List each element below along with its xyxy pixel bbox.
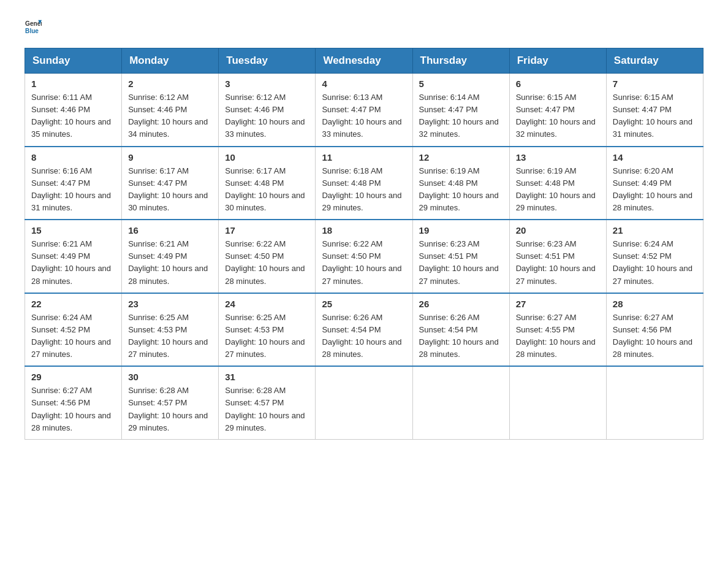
calendar-day-cell: 20 Sunrise: 6:23 AM Sunset: 4:51 PM Dayl…: [509, 220, 606, 293]
calendar-day-cell: 25 Sunrise: 6:26 AM Sunset: 4:54 PM Dayl…: [316, 293, 412, 367]
calendar-empty-cell: [606, 366, 703, 439]
calendar-day-cell: 26 Sunrise: 6:26 AM Sunset: 4:54 PM Dayl…: [412, 293, 509, 367]
day-info: Sunrise: 6:27 AM Sunset: 4:55 PM Dayligh…: [516, 312, 600, 361]
calendar-day-cell: 6 Sunrise: 6:15 AM Sunset: 4:47 PM Dayli…: [509, 74, 606, 147]
day-number: 25: [322, 299, 406, 309]
day-info: Sunrise: 6:25 AM Sunset: 4:53 PM Dayligh…: [225, 312, 309, 361]
day-info: Sunrise: 6:27 AM Sunset: 4:56 PM Dayligh…: [31, 385, 115, 434]
day-number: 12: [419, 152, 503, 163]
calendar-week-row: 22 Sunrise: 6:24 AM Sunset: 4:52 PM Dayl…: [25, 293, 703, 367]
calendar-week-row: 29 Sunrise: 6:27 AM Sunset: 4:56 PM Dayl…: [25, 366, 703, 439]
calendar-table: SundayMondayTuesdayWednesdayThursdayFrid…: [25, 48, 703, 440]
page-header: General Blue: [25, 18, 703, 36]
calendar-day-cell: 9 Sunrise: 6:17 AM Sunset: 4:47 PM Dayli…: [122, 147, 219, 220]
day-number: 28: [613, 299, 697, 309]
day-info: Sunrise: 6:13 AM Sunset: 4:47 PM Dayligh…: [322, 91, 406, 141]
calendar-day-cell: 16 Sunrise: 6:21 AM Sunset: 4:49 PM Dayl…: [122, 220, 219, 293]
calendar-day-cell: 27 Sunrise: 6:27 AM Sunset: 4:55 PM Dayl…: [509, 293, 606, 367]
day-number: 15: [31, 225, 115, 236]
calendar-day-cell: 23 Sunrise: 6:25 AM Sunset: 4:53 PM Dayl…: [122, 293, 219, 367]
calendar-day-cell: 12 Sunrise: 6:19 AM Sunset: 4:48 PM Dayl…: [412, 147, 509, 220]
day-info: Sunrise: 6:27 AM Sunset: 4:56 PM Dayligh…: [613, 312, 697, 361]
calendar-week-row: 1 Sunrise: 6:11 AM Sunset: 4:46 PM Dayli…: [25, 74, 703, 147]
day-info: Sunrise: 6:24 AM Sunset: 4:52 PM Dayligh…: [31, 312, 115, 361]
calendar-day-cell: 2 Sunrise: 6:12 AM Sunset: 4:46 PM Dayli…: [122, 74, 219, 147]
day-header-wednesday: Wednesday: [316, 48, 412, 74]
day-info: Sunrise: 6:23 AM Sunset: 4:51 PM Dayligh…: [516, 238, 600, 288]
day-number: 16: [128, 225, 212, 236]
day-info: Sunrise: 6:15 AM Sunset: 4:47 PM Dayligh…: [613, 91, 697, 141]
calendar-empty-cell: [509, 366, 606, 439]
day-number: 5: [419, 79, 503, 89]
calendar-day-cell: 24 Sunrise: 6:25 AM Sunset: 4:53 PM Dayl…: [219, 293, 316, 367]
day-info: Sunrise: 6:16 AM Sunset: 4:47 PM Dayligh…: [31, 165, 115, 215]
calendar-day-cell: 31 Sunrise: 6:28 AM Sunset: 4:57 PM Dayl…: [219, 366, 316, 439]
day-number: 31: [225, 372, 309, 382]
day-info: Sunrise: 6:25 AM Sunset: 4:53 PM Dayligh…: [128, 312, 212, 361]
day-info: Sunrise: 6:20 AM Sunset: 4:49 PM Dayligh…: [613, 165, 697, 215]
day-number: 27: [516, 299, 600, 309]
day-info: Sunrise: 6:24 AM Sunset: 4:52 PM Dayligh…: [613, 238, 697, 288]
day-info: Sunrise: 6:26 AM Sunset: 4:54 PM Dayligh…: [322, 312, 406, 361]
day-info: Sunrise: 6:12 AM Sunset: 4:46 PM Dayligh…: [225, 91, 309, 141]
calendar-day-cell: 18 Sunrise: 6:22 AM Sunset: 4:50 PM Dayl…: [316, 220, 412, 293]
day-info: Sunrise: 6:18 AM Sunset: 4:48 PM Dayligh…: [322, 165, 406, 215]
day-number: 29: [31, 372, 115, 382]
day-number: 7: [613, 79, 697, 89]
calendar-day-cell: 19 Sunrise: 6:23 AM Sunset: 4:51 PM Dayl…: [412, 220, 509, 293]
day-number: 18: [322, 225, 406, 236]
day-number: 3: [225, 79, 309, 89]
day-info: Sunrise: 6:21 AM Sunset: 4:49 PM Dayligh…: [128, 238, 212, 288]
calendar-day-cell: 4 Sunrise: 6:13 AM Sunset: 4:47 PM Dayli…: [316, 74, 412, 147]
day-info: Sunrise: 6:15 AM Sunset: 4:47 PM Dayligh…: [516, 91, 600, 141]
day-info: Sunrise: 6:19 AM Sunset: 4:48 PM Dayligh…: [516, 165, 600, 215]
calendar-day-cell: 14 Sunrise: 6:20 AM Sunset: 4:49 PM Dayl…: [606, 147, 703, 220]
calendar-day-cell: 15 Sunrise: 6:21 AM Sunset: 4:49 PM Dayl…: [25, 220, 122, 293]
calendar-day-cell: 7 Sunrise: 6:15 AM Sunset: 4:47 PM Dayli…: [606, 74, 703, 147]
svg-text:Blue: Blue: [25, 28, 39, 34]
day-info: Sunrise: 6:21 AM Sunset: 4:49 PM Dayligh…: [31, 238, 115, 288]
logo-icon: General Blue: [25, 18, 42, 36]
day-number: 8: [31, 152, 115, 163]
day-number: 4: [322, 79, 406, 89]
day-header-friday: Friday: [509, 48, 606, 74]
day-number: 2: [128, 79, 212, 89]
day-number: 20: [516, 225, 600, 236]
calendar-empty-cell: [412, 366, 509, 439]
day-number: 17: [225, 225, 309, 236]
day-info: Sunrise: 6:17 AM Sunset: 4:47 PM Dayligh…: [128, 165, 212, 215]
day-info: Sunrise: 6:28 AM Sunset: 4:57 PM Dayligh…: [128, 385, 212, 434]
day-number: 11: [322, 152, 406, 163]
day-info: Sunrise: 6:14 AM Sunset: 4:47 PM Dayligh…: [419, 91, 503, 141]
calendar-day-cell: 11 Sunrise: 6:18 AM Sunset: 4:48 PM Dayl…: [316, 147, 412, 220]
day-number: 26: [419, 299, 503, 309]
day-number: 21: [613, 225, 697, 236]
day-number: 10: [225, 152, 309, 163]
calendar-day-cell: 28 Sunrise: 6:27 AM Sunset: 4:56 PM Dayl…: [606, 293, 703, 367]
day-number: 24: [225, 299, 309, 309]
day-info: Sunrise: 6:12 AM Sunset: 4:46 PM Dayligh…: [128, 91, 212, 141]
day-info: Sunrise: 6:23 AM Sunset: 4:51 PM Dayligh…: [419, 238, 503, 288]
day-info: Sunrise: 6:19 AM Sunset: 4:48 PM Dayligh…: [419, 165, 503, 215]
day-header-tuesday: Tuesday: [219, 48, 316, 74]
logo: General Blue: [25, 18, 44, 36]
calendar-day-cell: 10 Sunrise: 6:17 AM Sunset: 4:48 PM Dayl…: [219, 147, 316, 220]
day-info: Sunrise: 6:17 AM Sunset: 4:48 PM Dayligh…: [225, 165, 309, 215]
calendar-empty-cell: [316, 366, 412, 439]
day-number: 14: [613, 152, 697, 163]
day-header-sunday: Sunday: [25, 48, 122, 74]
day-info: Sunrise: 6:26 AM Sunset: 4:54 PM Dayligh…: [419, 312, 503, 361]
calendar-day-cell: 22 Sunrise: 6:24 AM Sunset: 4:52 PM Dayl…: [25, 293, 122, 367]
calendar-week-row: 8 Sunrise: 6:16 AM Sunset: 4:47 PM Dayli…: [25, 147, 703, 220]
day-number: 22: [31, 299, 115, 309]
calendar-day-cell: 17 Sunrise: 6:22 AM Sunset: 4:50 PM Dayl…: [219, 220, 316, 293]
calendar-day-cell: 3 Sunrise: 6:12 AM Sunset: 4:46 PM Dayli…: [219, 74, 316, 147]
day-info: Sunrise: 6:11 AM Sunset: 4:46 PM Dayligh…: [31, 91, 115, 141]
day-info: Sunrise: 6:22 AM Sunset: 4:50 PM Dayligh…: [322, 238, 406, 288]
day-number: 30: [128, 372, 212, 382]
day-info: Sunrise: 6:28 AM Sunset: 4:57 PM Dayligh…: [225, 385, 309, 434]
day-number: 1: [31, 79, 115, 89]
day-number: 19: [419, 225, 503, 236]
day-header-saturday: Saturday: [606, 48, 703, 74]
day-header-monday: Monday: [122, 48, 219, 74]
